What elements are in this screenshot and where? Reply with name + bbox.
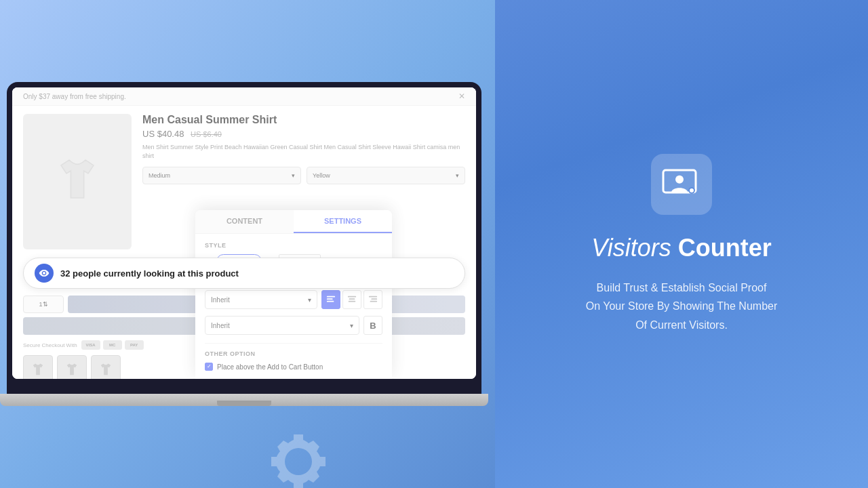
app-title: Visitors Counter [591, 234, 771, 262]
svg-rect-8 [370, 301, 378, 302]
checkbox-label: Place above the Add to Cart Button [217, 363, 323, 371]
thumbnail-1[interactable] [23, 355, 53, 379]
product-price: US $40.48 US $6.40 [142, 129, 465, 139]
align-left-icon [326, 295, 336, 304]
visa-logo: VISA [81, 340, 100, 350]
align-right-button[interactable] [363, 290, 382, 309]
other-option-section: OTHER OPTION Place above the Add to Cart… [205, 343, 382, 371]
checkbox-row: Place above the Add to Cart Button [205, 363, 382, 371]
product-image [23, 114, 132, 249]
notif-text: Only $37 away from free shipping. [23, 93, 126, 100]
qty-arrows: ⇅ [43, 301, 48, 308]
svg-rect-0 [327, 296, 335, 298]
svg-rect-2 [327, 301, 334, 302]
font-size-dropdown[interactable]: Inherit ▾ [205, 316, 359, 335]
font-family-row: Inherit ▾ [205, 290, 382, 309]
payment-logos: VISA MC PAY [81, 340, 144, 350]
svg-rect-5 [349, 301, 356, 302]
panel-tabs: CONTENT SETTINGS [195, 210, 392, 234]
app-icon-container [651, 154, 712, 215]
screen-content: Only $37 away from free shipping. ✕ [12, 87, 476, 379]
color-chevron: ▾ [456, 172, 459, 179]
color-select[interactable]: Yellow ▾ [307, 167, 465, 184]
close-icon[interactable]: ✕ [458, 92, 465, 101]
eye-icon-circle [35, 264, 54, 283]
align-left-button[interactable] [321, 290, 340, 309]
svg-point-12 [690, 188, 694, 192]
variant-selects: Medium ▾ Yellow ▾ [142, 167, 465, 184]
product-description: Men Shirt Summer Style Print Beach Hawai… [142, 143, 465, 160]
svg-point-10 [675, 176, 684, 184]
align-right-icon [368, 295, 378, 304]
svg-rect-3 [348, 296, 356, 298]
quantity-box[interactable]: 1 ⇅ [23, 296, 64, 313]
laptop-base [0, 394, 488, 406]
place-above-checkbox[interactable] [205, 363, 213, 371]
title-italic: Visitors [591, 234, 671, 262]
tab-settings[interactable]: SETTINGS [294, 210, 392, 233]
align-center-icon [347, 295, 357, 304]
dropdown-chevron: ▾ [308, 296, 311, 304]
svg-rect-7 [371, 298, 377, 300]
price-sale: US $6.40 [191, 130, 222, 138]
thumb-shirt-2 [64, 362, 80, 378]
size-dropdown-chevron: ▾ [350, 322, 353, 329]
thumbnail-2[interactable] [57, 355, 87, 379]
laptop-mockup: Only $37 away from free shipping. ✕ [7, 82, 481, 394]
desc-text: Build Trust & Establish Social ProofOn Y… [586, 282, 778, 330]
title-bold: Counter [678, 234, 772, 262]
svg-rect-4 [349, 298, 355, 300]
svg-rect-6 [369, 296, 377, 298]
gear-decoration [264, 428, 332, 488]
shirt-svg [50, 155, 104, 209]
visitors-counter-icon [661, 164, 702, 205]
mc-logo: MC [103, 340, 122, 350]
checkout-label: Secure Checkout With [23, 342, 77, 348]
style-section-label: STYLE [205, 242, 382, 249]
eye-icon [39, 268, 50, 279]
gear-icon [264, 428, 332, 488]
font-size-value: Inherit [211, 322, 230, 329]
thumbnail-3[interactable] [91, 355, 121, 379]
align-buttons [321, 290, 382, 309]
color-value: Yellow [313, 172, 330, 179]
svg-rect-1 [327, 298, 333, 300]
right-panel: Visitors Counter Build Trust & Establish… [495, 0, 868, 488]
app-description: Build Trust & Establish Social ProofOn Y… [586, 279, 778, 334]
product-title: Men Casual Summer Shirt [142, 114, 465, 126]
visitor-counter-badge: 32 people currently looking at this prod… [23, 258, 465, 289]
settings-panel: CONTENT SETTINGS STYLE [195, 210, 392, 379]
thumb-shirt-3 [98, 362, 114, 378]
laptop-screen: Only $37 away from free shipping. ✕ [12, 87, 476, 379]
font-family-dropdown[interactable]: Inherit ▾ [205, 290, 317, 309]
visitor-counter-text: 32 people currently looking at this prod… [60, 268, 239, 279]
panel-body: STYLE Rounded Capsule [195, 234, 392, 379]
font-size-row: Inherit ▾ B [205, 316, 382, 335]
size-chevron: ▾ [292, 172, 295, 179]
pay-logo: PAY [125, 340, 144, 350]
other-option-label: OTHER OPTION [205, 350, 382, 357]
tab-content[interactable]: CONTENT [195, 210, 294, 233]
left-panel: Only $37 away from free shipping. ✕ [0, 0, 495, 488]
align-center-button[interactable] [342, 290, 361, 309]
size-value: Medium [149, 172, 170, 179]
price-current: US $40.48 [142, 129, 184, 139]
thumb-shirt-1 [30, 362, 46, 378]
bold-button[interactable]: B [363, 316, 382, 335]
font-family-value: Inherit [211, 296, 230, 304]
size-select[interactable]: Medium ▾ [142, 167, 301, 184]
notification-bar: Only $37 away from free shipping. ✕ [12, 87, 476, 106]
